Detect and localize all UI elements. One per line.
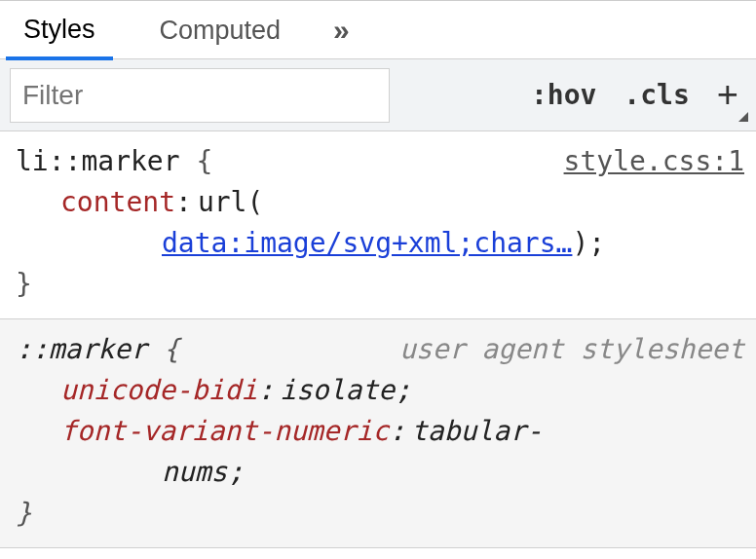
property-name[interactable]: unicode-bidi (60, 374, 257, 406)
property-name[interactable]: content (60, 186, 175, 218)
brace-open: { (164, 333, 180, 365)
new-style-rule-button[interactable]: + (709, 74, 746, 116)
data-url-link[interactable]: data:image/svg+xml;chars… (162, 227, 572, 259)
more-tabs-button[interactable]: » (327, 14, 358, 47)
declaration[interactable]: unicode-bidi:isolate; (16, 370, 740, 411)
hov-toggle[interactable]: :hov (523, 79, 604, 111)
brace-open: { (196, 145, 212, 177)
cls-toggle[interactable]: .cls (616, 79, 697, 111)
tab-computed[interactable]: Computed (142, 2, 299, 57)
css-rule: style.css:1 li::marker { content:url( da… (0, 131, 756, 319)
property-value-prefix: url( (198, 186, 263, 218)
source-link[interactable]: style.css:1 (564, 141, 744, 182)
property-value-suffix: ); (572, 227, 605, 259)
property-value-line1[interactable]: tabular- (411, 415, 543, 447)
tab-styles[interactable]: Styles (6, 1, 113, 60)
declaration[interactable]: font-variant-numeric:tabular- (16, 411, 740, 452)
declaration-continued: data:image/svg+xml;chars…); (16, 223, 740, 264)
css-rule-user-agent: user agent stylesheet ::marker { unicode… (0, 319, 756, 548)
property-name[interactable]: font-variant-numeric (60, 415, 389, 447)
property-value-line2[interactable]: nums; (162, 456, 244, 488)
filter-input[interactable] (10, 68, 390, 123)
selector[interactable]: ::marker (16, 333, 147, 365)
brace-close: } (16, 268, 32, 300)
declaration[interactable]: content:url( (16, 182, 740, 223)
styles-toolbar: :hov .cls + (0, 59, 756, 131)
property-value[interactable]: isolate; (280, 374, 411, 406)
selector[interactable]: li::marker (16, 145, 180, 177)
brace-close: } (16, 497, 32, 529)
styles-panel-tabs: Styles Computed » (0, 1, 756, 59)
declaration-continued: nums; (16, 452, 740, 493)
user-agent-label: user agent stylesheet (399, 329, 744, 370)
